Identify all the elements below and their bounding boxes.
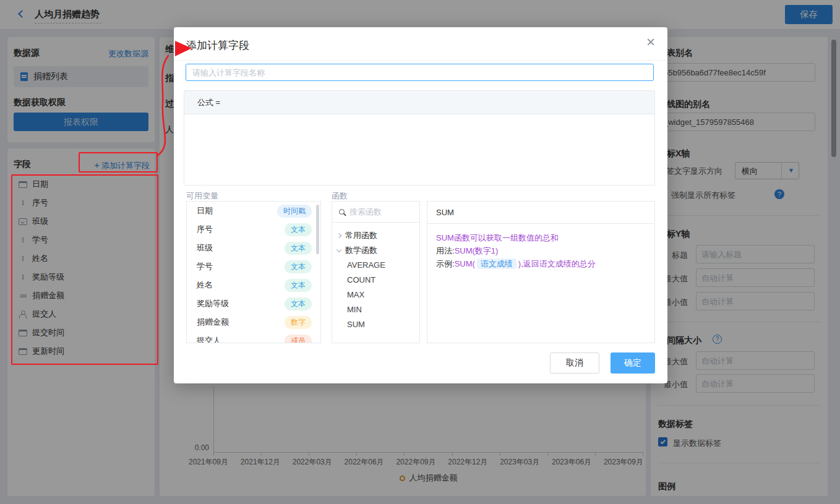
variable-type-badge: 时间戳 [277, 205, 312, 218]
search-icon [339, 209, 345, 215]
variable-type-badge: 成员 [285, 335, 312, 344]
variable-name: 学号 [197, 261, 213, 272]
variable-name: 奖励等级 [197, 298, 229, 309]
function-example: 示例:SUM(语文成绩),返回语文成绩的总分 [436, 257, 646, 270]
function-search-input[interactable]: 搜索函数 [332, 202, 419, 223]
variable-item[interactable]: 姓名文本 [187, 276, 320, 294]
function-usage: 用法:SUM(数字1) [436, 244, 646, 257]
variable-name: 日期 [197, 205, 213, 216]
function-group-common[interactable]: 常用函数 [332, 228, 419, 243]
variable-type-badge: 文本 [285, 260, 312, 273]
variable-name: 姓名 [197, 280, 213, 291]
modal-title: 添加计算字段 [186, 38, 249, 53]
app-root: 人均月捐赠趋势 保存 数据源 更改数据源 捐赠列表 数据获取权限 报表权限 字段… [0, 0, 840, 504]
function-tree: 常用函数 数学函数 AVERAGECOUNTMAXMINSUM [332, 223, 419, 332]
variable-type-badge: 文本 [285, 297, 312, 310]
function-item[interactable]: SUM [332, 317, 419, 332]
cancel-button[interactable]: 取消 [550, 352, 599, 374]
function-detail-body: SUM函数可以获取一组数值的总和 用法:SUM(数字1) 示例:SUM(语文成绩… [427, 224, 654, 278]
variable-type-badge: 数字 [285, 316, 312, 329]
variable-type-badge: 文本 [285, 223, 312, 236]
variable-item[interactable]: 学号文本 [187, 257, 320, 276]
function-group-math[interactable]: 数学函数 [332, 243, 419, 258]
function-item[interactable]: MAX [332, 288, 419, 302]
variable-item[interactable]: 捐赠金额数字 [187, 313, 320, 331]
variable-item[interactable]: 奖励等级文本 [187, 294, 320, 313]
variable-item[interactable]: 序号文本 [187, 220, 320, 239]
variable-item[interactable]: 提交人成员 [187, 331, 320, 343]
chevron-down-icon [336, 247, 341, 252]
calc-field-name-input[interactable] [186, 64, 654, 81]
add-calc-field-modal: 添加计算字段 × 公式 = 可用变量 日期时间戳序号文本班级文本学号文本姓名文本… [174, 27, 667, 383]
function-group-label: 常用函数 [345, 230, 377, 241]
variables-title: 可用变量 [186, 190, 218, 202]
variables-list: 日期时间戳序号文本班级文本学号文本姓名文本奖励等级文本捐赠金额数字提交人成员 [186, 201, 321, 343]
formula-label: 公式 = [184, 91, 654, 114]
chevron-right-icon [336, 233, 341, 238]
variable-name: 提交人 [197, 335, 221, 343]
function-group-label: 数学函数 [345, 245, 377, 256]
function-item[interactable]: COUNT [332, 273, 419, 288]
formula-editor: 公式 = [184, 90, 655, 186]
close-icon[interactable]: × [646, 35, 655, 49]
variable-type-badge: 文本 [285, 279, 312, 292]
variable-type-badge: 文本 [285, 242, 312, 255]
variables-scrollbar[interactable] [316, 205, 319, 254]
variable-item[interactable]: 班级文本 [187, 239, 320, 257]
function-detail-name: SUM [427, 202, 654, 224]
function-item[interactable]: MIN [332, 302, 419, 317]
function-search-placeholder: 搜索函数 [349, 207, 382, 218]
function-item[interactable]: AVERAGE [332, 258, 419, 273]
example-field-badge: 语文成绩 [477, 258, 516, 269]
variable-name: 序号 [197, 224, 213, 235]
functions-title: 函数 [332, 190, 348, 202]
variable-item[interactable]: 日期时间戳 [187, 202, 320, 220]
function-description: SUM函数可以获取一组数值的总和 [436, 231, 646, 244]
confirm-button[interactable]: 确定 [611, 352, 655, 374]
variable-name: 捐赠金额 [197, 317, 229, 328]
functions-list: 搜索函数 常用函数 数学函数 AVERAGECOUNTMAXMINSUM [332, 201, 420, 343]
formula-input-area[interactable] [184, 114, 654, 185]
function-detail-panel: SUM SUM函数可以获取一组数值的总和 用法:SUM(数字1) 示例:SUM(… [427, 201, 655, 343]
variable-name: 班级 [197, 242, 213, 254]
